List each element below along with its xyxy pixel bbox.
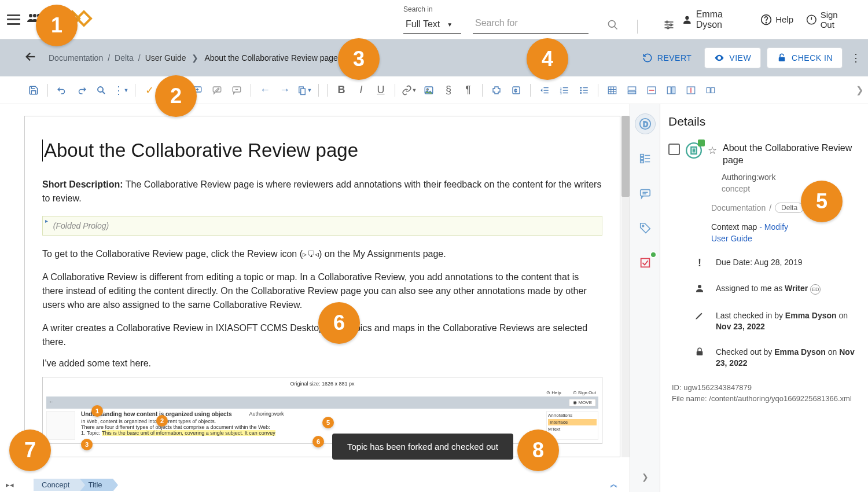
insert-col-icon[interactable] bbox=[662, 81, 681, 100]
paragraph-2[interactable]: A Collaborative Review is different from… bbox=[42, 270, 602, 312]
outdent-icon[interactable] bbox=[535, 81, 554, 100]
pilcrow-icon[interactable]: ¶ bbox=[459, 81, 477, 100]
table-icon[interactable] bbox=[603, 81, 621, 100]
help-button[interactable]: Help bbox=[760, 14, 793, 25]
svg-point-1 bbox=[33, 14, 36, 17]
image-icon[interactable] bbox=[420, 81, 438, 100]
arrow-right-icon[interactable]: → bbox=[275, 81, 294, 100]
toolbar-overflow-icon[interactable]: ❯ bbox=[856, 85, 863, 96]
details-tab-icon[interactable]: D bbox=[635, 113, 656, 134]
delete-row-icon[interactable] bbox=[642, 81, 661, 100]
callout-8: 8 bbox=[517, 429, 559, 471]
chevron-down-icon: ▼ bbox=[447, 21, 453, 28]
goto-top-icon[interactable]: ︽ bbox=[610, 479, 618, 490]
priority-icon: ! bbox=[694, 257, 705, 269]
svg-point-11 bbox=[685, 16, 689, 19]
insert-row-icon[interactable] bbox=[623, 81, 641, 100]
svg-rect-76 bbox=[641, 259, 649, 267]
underline-icon[interactable]: U bbox=[372, 81, 390, 100]
revert-button[interactable]: REVERT bbox=[635, 48, 699, 68]
paragraph-1[interactable]: To get to the Collaborative Review page,… bbox=[42, 247, 602, 261]
bullet-list-icon[interactable] bbox=[575, 81, 593, 100]
find-icon[interactable] bbox=[92, 81, 111, 100]
breadcrumb-seg3[interactable]: User Guide bbox=[145, 53, 186, 63]
select-checkbox[interactable] bbox=[668, 144, 680, 155]
pencil-icon bbox=[694, 310, 705, 324]
favorite-star-icon[interactable]: ☆ bbox=[708, 144, 717, 157]
italic-icon[interactable]: I bbox=[352, 81, 370, 100]
detail-filename: File name: /content/authoring/yqo1669225… bbox=[668, 394, 858, 403]
svg-rect-18 bbox=[779, 57, 785, 62]
menu-icon[interactable] bbox=[7, 14, 20, 25]
bold-icon[interactable]: B bbox=[332, 81, 351, 100]
link-icon[interactable]: ▼ bbox=[400, 81, 418, 100]
search-in-select[interactable]: Full Text ▼ bbox=[403, 16, 461, 34]
svg-rect-41 bbox=[563, 90, 568, 91]
merge-icon[interactable] bbox=[701, 81, 720, 100]
breadcrumb-concept[interactable]: Concept bbox=[34, 479, 80, 491]
search-in-value: Full Text bbox=[406, 19, 440, 30]
svg-rect-48 bbox=[583, 92, 588, 93]
assigned-row: Assigned to me as WriterED bbox=[668, 283, 858, 296]
callout-5: 5 bbox=[801, 181, 843, 222]
editor-frame[interactable]: About the Collaborative Review page Shor… bbox=[24, 116, 620, 457]
search-for-input[interactable] bbox=[473, 13, 589, 34]
back-arrow-icon[interactable] bbox=[24, 50, 37, 66]
short-description[interactable]: Short Description: The Collaborative Rev… bbox=[42, 178, 602, 205]
ed-badge-icon: ED bbox=[810, 284, 821, 295]
signout-button[interactable]: Sign Out bbox=[806, 10, 852, 30]
tune-icon[interactable] bbox=[663, 19, 675, 34]
breadcrumb-toggle-icon[interactable]: ▸◂ bbox=[6, 480, 14, 489]
transform-icon[interactable]: c bbox=[507, 81, 525, 100]
svg-rect-72 bbox=[640, 190, 650, 196]
document-title[interactable]: About the Collaborative Review page bbox=[42, 139, 602, 161]
folded-prolog[interactable]: (Folded Prolog) bbox=[42, 216, 602, 236]
svg-rect-49 bbox=[608, 87, 616, 94]
more-actions-icon[interactable]: ⋮ ▼ bbox=[112, 81, 130, 100]
more-vert-icon[interactable]: ⋮ bbox=[851, 52, 861, 64]
svg-rect-62 bbox=[707, 87, 710, 93]
collapse-panel-icon[interactable]: ❯ bbox=[642, 472, 649, 482]
top-header: Search in Full Text ▼ Emma Dyson Help Si… bbox=[0, 0, 868, 39]
plugin-icon[interactable] bbox=[487, 81, 506, 100]
comment-edit-icon[interactable] bbox=[208, 81, 226, 100]
svg-rect-83 bbox=[697, 351, 703, 355]
embedded-size-label: Original size: 1626 x 881 px bbox=[46, 381, 598, 387]
redo-icon[interactable] bbox=[72, 81, 91, 100]
callout-s2: 2 bbox=[156, 415, 168, 427]
svg-rect-54 bbox=[628, 87, 636, 90]
outline-tab-icon[interactable] bbox=[635, 148, 656, 169]
breadcrumb-seg1[interactable]: Documentation bbox=[49, 53, 103, 63]
view-button[interactable]: VIEW bbox=[704, 47, 761, 68]
arrow-left-icon[interactable]: ← bbox=[256, 81, 274, 100]
embedded-image[interactable]: Original size: 1626 x 881 px ⊙ Help⊙ Sig… bbox=[42, 377, 602, 444]
validation-tab-icon[interactable] bbox=[635, 252, 656, 273]
editor-scrollbar[interactable] bbox=[621, 116, 630, 457]
svg-rect-63 bbox=[711, 87, 715, 93]
toast-notification: Topic has been forked and checked out bbox=[332, 434, 513, 460]
scroll-thumb[interactable] bbox=[621, 116, 630, 197]
undo-icon[interactable] bbox=[53, 81, 71, 100]
comment-remove-icon[interactable] bbox=[227, 81, 246, 100]
comments-tab-icon[interactable] bbox=[635, 183, 656, 204]
search-icon[interactable] bbox=[607, 19, 619, 34]
svg-point-44 bbox=[580, 89, 582, 91]
context-map-row: Context map - Modify bbox=[711, 222, 858, 232]
modify-link[interactable]: - Modify bbox=[759, 222, 788, 232]
tags-tab-icon[interactable] bbox=[635, 218, 656, 238]
delete-col-icon[interactable] bbox=[682, 81, 700, 100]
top-right: Emma Dyson Help Sign Out bbox=[682, 9, 861, 30]
checkin-button[interactable]: CHECK IN bbox=[767, 47, 843, 68]
user-block[interactable]: Emma Dyson bbox=[682, 9, 748, 30]
svg-point-43 bbox=[580, 87, 582, 89]
breadcrumb-seg2[interactable]: Delta bbox=[115, 53, 134, 63]
delta-pill[interactable]: Delta bbox=[775, 203, 804, 213]
review-inline-icon: ▹🗨◃ bbox=[303, 249, 319, 259]
callout-3: 3 bbox=[338, 38, 380, 80]
save-icon[interactable] bbox=[24, 81, 43, 100]
section-icon[interactable]: § bbox=[439, 81, 458, 100]
paste-icon[interactable]: ▼ bbox=[295, 81, 314, 100]
ordered-list-icon[interactable]: 123 bbox=[555, 81, 573, 100]
user-guide-link[interactable]: User Guide bbox=[711, 234, 858, 243]
paragraph-4[interactable]: I've added some text here. bbox=[42, 358, 602, 369]
